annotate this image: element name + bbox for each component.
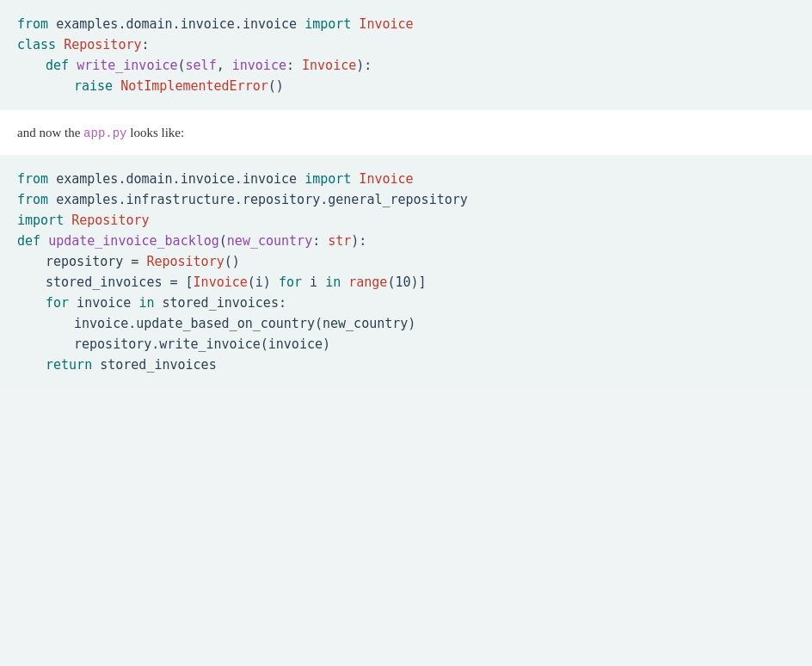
token-kw-import: import (304, 171, 351, 187)
code-line: repository.write_invoice(invoice) (17, 334, 795, 355)
token-kw-in: in (325, 274, 341, 290)
token-cls-name: Invoice (359, 16, 413, 32)
code-pre: from examples.domain.invoice.invoice imp… (17, 14, 795, 96)
token-plain: (i) (248, 274, 279, 290)
code-pre: from examples.domain.invoice.invoice imp… (17, 169, 795, 375)
token-kw-from: from (17, 192, 48, 207)
prose-block-1: and now the app.py looks like: (0, 110, 812, 155)
token-kw-import: import (304, 16, 351, 32)
code-block-2: from examples.domain.invoice.invoice imp… (0, 155, 812, 389)
token-plain (351, 171, 359, 187)
token-plain: ( (178, 58, 186, 73)
token-plain (69, 58, 77, 73)
code-line: return stored_invoices (17, 355, 795, 375)
token-plain (351, 16, 359, 32)
token-cls-name: Invoice (194, 274, 248, 290)
token-kw-for: for (46, 295, 69, 311)
token-plain: stored_invoices = [ (46, 274, 194, 290)
code-line: import Repository (17, 210, 795, 231)
code-line: stored_invoices = [Invoice(i) for i in r… (17, 272, 795, 293)
token-builtin: range (348, 274, 387, 290)
token-kw-from: from (17, 16, 48, 32)
code-line: class Repository: (17, 34, 795, 55)
prose-text: and now the (17, 126, 83, 139)
code-line: from examples.infrastructure.repository.… (17, 189, 795, 210)
token-plain: stored_invoices: (154, 295, 286, 311)
token-builtin: str (328, 233, 351, 249)
token-kw-def: def (17, 233, 40, 249)
inline-code: app.py (83, 126, 126, 140)
token-plain (40, 233, 48, 249)
token-plain: examples.infrastructure.repository.gener… (48, 192, 468, 207)
token-cls-name: NotImplementedError (120, 78, 268, 94)
code-line: def update_invoice_backlog(new_country: … (17, 231, 795, 251)
token-cls-name: Repository (146, 254, 224, 269)
token-plain: : (312, 233, 328, 249)
token-kw-from: from (17, 171, 48, 187)
token-plain: ): (351, 233, 366, 249)
token-cls-name: Invoice (359, 171, 413, 187)
token-plain: examples.domain.invoice.invoice (48, 16, 304, 32)
token-func-name: write_invoice (77, 58, 177, 73)
token-plain: examples.domain.invoice.invoice (48, 171, 304, 187)
prose-text-after: looks like: (127, 126, 185, 139)
code-line: repository = Repository() (17, 251, 795, 272)
code-line: for invoice in stored_invoices: (17, 293, 795, 313)
token-plain: : (286, 58, 302, 73)
app-container: from examples.domain.invoice.invoice imp… (0, 0, 812, 389)
code-line: from examples.domain.invoice.invoice imp… (17, 169, 795, 189)
token-param: invoice (232, 58, 286, 73)
token-cls-name: Repository (71, 213, 149, 228)
token-plain: () (268, 78, 284, 94)
token-plain: repository = (46, 254, 146, 269)
token-plain: invoice.update_based_on_country(new_coun… (74, 316, 415, 331)
token-plain: invoice (69, 295, 138, 311)
token-kw-return: return (46, 357, 92, 373)
token-kw-class: class (17, 37, 56, 52)
token-plain: i (302, 274, 325, 290)
token-plain: () (225, 254, 240, 269)
token-plain: (10)] (387, 274, 426, 290)
token-kw-def: def (46, 58, 69, 73)
token-param: new_country (227, 233, 312, 249)
code-line: def write_invoice(self, invoice: Invoice… (17, 55, 795, 76)
code-line: invoice.update_based_on_country(new_coun… (17, 313, 795, 334)
token-plain: , (217, 58, 232, 73)
token-func-name: update_invoice_backlog (48, 233, 219, 249)
token-plain (341, 274, 348, 290)
token-kw-in: in (138, 295, 154, 311)
code-line: from examples.domain.invoice.invoice imp… (17, 14, 795, 34)
code-line: raise NotImplementedError() (17, 76, 795, 96)
token-plain: stored_invoices (92, 357, 217, 373)
token-plain (56, 37, 64, 52)
token-kw-raise: raise (74, 78, 113, 94)
token-plain: ( (219, 233, 227, 249)
token-plain (113, 78, 120, 94)
token-kw-for: for (279, 274, 302, 290)
token-plain: ): (356, 58, 372, 73)
code-block-0: from examples.domain.invoice.invoice imp… (0, 0, 812, 110)
token-plain: : (142, 37, 150, 52)
token-param: self (186, 58, 217, 73)
token-plain: repository.write_invoice(invoice) (74, 336, 330, 352)
token-kw-import: import (17, 213, 64, 228)
token-cls-name: Repository (64, 37, 141, 52)
token-plain (64, 213, 71, 228)
token-cls-name: Invoice (302, 58, 356, 73)
